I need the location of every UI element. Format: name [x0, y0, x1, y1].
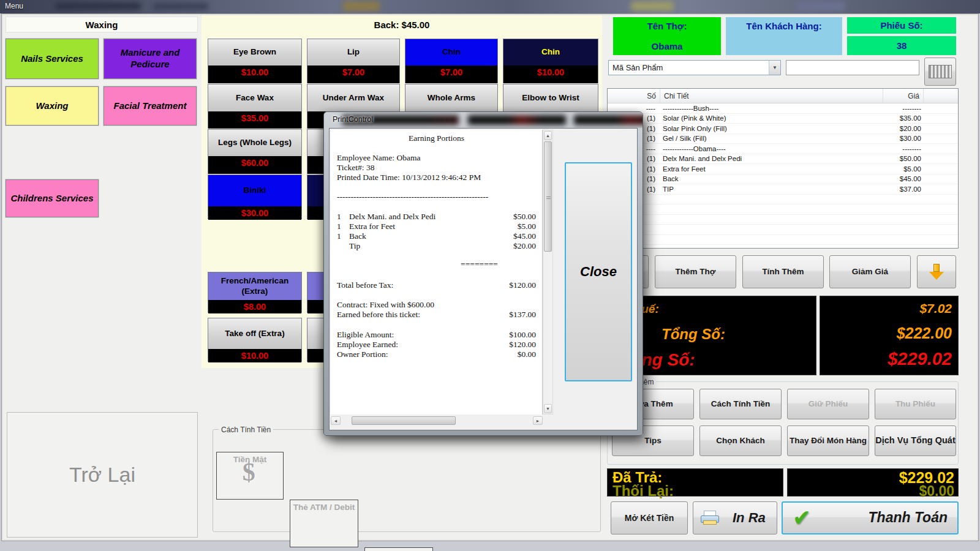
service-price: $60.00 [208, 156, 301, 170]
service-price: $8.00 [208, 300, 301, 313]
scroll-right-icon[interactable]: ► [533, 416, 543, 425]
category-childrens-services[interactable]: Childrens Services [6, 179, 99, 217]
button-label: Thêm Thợ [676, 267, 716, 277]
col-header-so[interactable]: Số [608, 89, 660, 103]
button-label: Giảm Giá [852, 267, 888, 277]
service-button-french-american-extra[interactable]: French/American (Extra) $8.00 [208, 272, 302, 313]
service-button-take-off-extra[interactable]: Take off (Extra) $10.00 [208, 318, 302, 362]
screen: Menu Waxing Back: $45.00 Nails Services … [0, 0, 980, 551]
scroll-down-button[interactable] [917, 255, 956, 288]
table-row[interactable]: -----------------Obama------------ [608, 144, 958, 154]
back-button[interactable]: Trở Lại [7, 412, 198, 538]
receipt-contract-line: Contract: Fixed with $600.00 [337, 300, 536, 310]
subtotal-value: $222.00 [897, 324, 952, 342]
col-header-blank [924, 89, 958, 103]
category-waxing[interactable]: Waxing [6, 86, 99, 126]
paid-values-panel: $229.02 $0.00 [787, 468, 959, 497]
open-drawer-button[interactable]: Mở Két Tiền [611, 501, 688, 534]
payment-gift-card-button[interactable]: Thẻ Quà Tặng [364, 547, 433, 551]
down-arrow-icon [929, 263, 944, 281]
dialog-titlebar[interactable]: PrintControl [324, 112, 643, 128]
desktop-titlebar: Menu [0, 0, 980, 13]
category-nails-services[interactable]: Nails Services [6, 39, 99, 79]
service-label: Under Arm Wax [307, 84, 399, 111]
col-header-gia[interactable]: Giá [883, 89, 924, 103]
tax-value: $7.02 [919, 301, 952, 316]
scrollbar-thumb[interactable] [544, 141, 552, 252]
close-button[interactable]: Close [565, 162, 632, 381]
technician-box: Tên Thợ: Obama [613, 17, 721, 55]
giu-phieu-button[interactable]: Giữ Phiếu [787, 389, 869, 419]
customer-box: Tên Khách Hàng: [726, 17, 842, 55]
blurred-taskbar-item [631, 1, 674, 11]
vertical-scrollbar[interactable]: ▲ ▼ [543, 130, 553, 414]
button-label: Thanh Toán [869, 509, 948, 527]
receipt-divider: ----------------------------------------… [337, 192, 536, 202]
product-code-input[interactable] [786, 60, 919, 75]
button-label: Thu Phiếu [895, 399, 935, 409]
table-row[interactable]: (1)TIP$37.00 [608, 184, 958, 195]
discount-button[interactable]: Giảm Giá [829, 255, 911, 288]
service-label: Chin [405, 39, 497, 66]
service-label: Elbow to Wrist [503, 84, 598, 111]
blurred-taskbar-item [343, 1, 380, 11]
payment-cash-button[interactable]: Tiền Mặt $ [216, 452, 284, 500]
chevron-down-icon[interactable]: ▼ [769, 61, 780, 75]
button-label: Dịch Vụ Tổng Quát [875, 435, 956, 446]
category-label: Nails Services [21, 53, 83, 65]
category-manicure-pedicure[interactable]: Manicure and Pedicure [104, 39, 197, 79]
service-price: $7.00 [307, 66, 399, 79]
scroll-up-icon[interactable]: ▲ [544, 131, 552, 140]
receipt-title: Earning Portions [337, 133, 536, 143]
col-header-chi-tiet[interactable]: Chi Tiết [660, 89, 883, 103]
table-row[interactable]: (1)Delx Mani. and Delx Pedi$50.00 [608, 154, 958, 165]
button-label: Mở Két Tiền [625, 513, 674, 523]
payment-atm-debit-button[interactable]: Thẻ ATM / Debit [290, 500, 358, 547]
horizontal-scrollbar[interactable]: ◄ ► [331, 416, 543, 425]
print-button[interactable]: In Ra [693, 501, 777, 534]
selected-service-header-text: Back: $45.00 [374, 20, 430, 30]
table-row[interactable]: (1)Back$45.00 [608, 174, 958, 185]
table-row[interactable]: (1)Solar Pink Only (Fill)$20.00 [608, 124, 958, 134]
change-value: $0.00 [919, 483, 954, 500]
category-label: Facial Treatment [114, 100, 187, 112]
payment-methods-legend: Cách Tính Tiền [219, 425, 273, 434]
pay-button[interactable]: ✔ Thanh Toán [782, 501, 959, 534]
table-row[interactable]: -----------------Bush------------ [608, 103, 958, 114]
service-price: $10.00 [503, 66, 598, 79]
button-label: Thay Đổi Món Hàng [790, 436, 867, 446]
service-label: Biniki [208, 175, 301, 206]
subtotal-label: Tổng Số: [662, 326, 725, 343]
category-facial-treatment[interactable]: Facial Treatment [104, 86, 197, 126]
scroll-down-icon[interactable]: ▼ [544, 404, 552, 413]
service-price: $30.00 [208, 206, 301, 220]
table-row[interactable]: (1)Gel / Silk (Fill)$30.00 [608, 134, 958, 144]
blurred-content [468, 115, 566, 125]
thay-doi-mon-hang-button[interactable]: Thay Đổi Món Hàng [787, 425, 869, 456]
menu-item[interactable]: Menu [5, 2, 23, 10]
blurred-taskbar-item [796, 1, 845, 11]
dich-vu-tong-quat-button[interactable]: Dịch Vụ Tổng Quát [875, 425, 956, 456]
button-label: Tips [644, 436, 662, 446]
add-technician-button[interactable]: Thêm Thợ [655, 255, 736, 288]
product-code-dropdown[interactable]: Mã Sản Phẩm ▼ [608, 60, 781, 75]
button-label: In Ra [733, 510, 766, 526]
service-price: $35.00 [208, 111, 301, 125]
ticket-number-value-box: 38 [847, 36, 956, 55]
calc-extra-button[interactable]: Tính Thêm [742, 255, 824, 288]
chon-khach-button[interactable]: Chọn Khách [699, 425, 782, 456]
scrollbar-thumb[interactable] [352, 416, 456, 425]
table-row[interactable]: (1)Extra for Feet$5.00 [608, 164, 958, 174]
service-button-biniki[interactable]: Biniki $30.00 [208, 174, 302, 219]
button-label: Chọn Khách [716, 436, 765, 446]
keyboard-button[interactable] [924, 58, 956, 86]
button-label: Thẻ ATM / Debit [290, 503, 358, 512]
dialog-title: PrintControl [333, 115, 373, 124]
table-row[interactable]: (1)Solar (Pink & White)$35.00 [608, 114, 958, 124]
printer-icon [701, 511, 719, 525]
thu-phieu-button[interactable]: Thu Phiếu [875, 389, 956, 419]
cach-tinh-tien-button[interactable]: Cách Tính Tiền [699, 389, 782, 419]
scroll-left-icon[interactable]: ◄ [331, 416, 341, 425]
table-empty-row [608, 215, 958, 225]
product-code-dropdown-value: Mã Sản Phẩm [609, 63, 769, 72]
